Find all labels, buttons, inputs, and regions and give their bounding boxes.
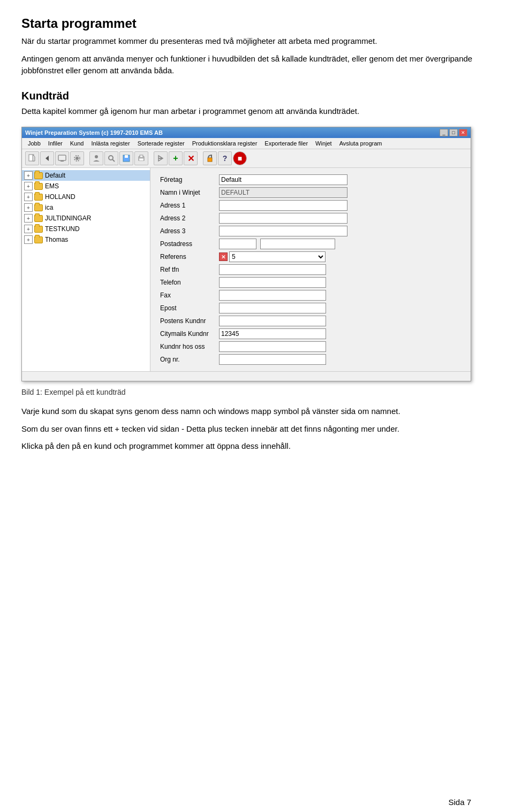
menu-inlasta[interactable]: Inlästa register xyxy=(87,139,133,148)
tree-label-testkund: TESTKUND xyxy=(45,225,80,233)
referens-select[interactable]: 5 xyxy=(229,251,326,262)
menu-winjet[interactable]: Winjet xyxy=(312,139,336,148)
svg-rect-14 xyxy=(139,159,143,160)
label-referens: Referens xyxy=(158,250,217,263)
toolbar-back[interactable] xyxy=(40,151,54,165)
field-foretag: Företag xyxy=(158,173,463,186)
field-adress2: Adress 2 xyxy=(158,212,463,225)
input-postort[interactable] xyxy=(260,239,335,249)
tree-item-thomas[interactable]: + Thomas xyxy=(22,234,150,245)
toolbar-save[interactable] xyxy=(119,151,133,165)
toolbar-monitor[interactable] xyxy=(55,151,69,165)
expand-testkund[interactable]: + xyxy=(24,225,33,233)
menu-exporterade[interactable]: Exporterade filer xyxy=(261,139,312,148)
tree-label-thomas: Thomas xyxy=(45,236,68,243)
label-reftfn: Ref tfn xyxy=(158,263,217,276)
folder-icon-holland xyxy=(34,193,43,201)
tree-item-jultidningar[interactable]: + JULTIDNINGAR xyxy=(22,213,150,224)
tree-label-ica: ica xyxy=(45,204,53,211)
tree-item-ica[interactable]: + ica xyxy=(22,202,150,213)
toolbar-stop[interactable]: ■ xyxy=(233,151,247,165)
input-adress1[interactable] xyxy=(219,200,347,211)
input-telefon[interactable] xyxy=(219,277,326,288)
toolbar-tool1[interactable] xyxy=(154,151,168,165)
referens-clear-button[interactable]: ✕ xyxy=(219,252,228,261)
status-bar xyxy=(22,371,471,381)
close-button[interactable]: ✕ xyxy=(459,129,467,136)
menu-jobb[interactable]: Jobb xyxy=(24,139,44,148)
page-footer: Sida 7 xyxy=(448,798,471,807)
svg-rect-4 xyxy=(61,160,64,162)
tree-item-ems[interactable]: + EMS xyxy=(22,181,150,191)
expand-default[interactable]: + xyxy=(24,171,33,180)
expand-thomas[interactable]: + xyxy=(24,235,33,244)
input-epost[interactable] xyxy=(219,303,326,313)
input-adress3[interactable] xyxy=(219,226,347,236)
label-adress1: Adress 1 xyxy=(158,199,217,212)
field-kundnr-oss: Kundnr hos oss xyxy=(158,340,463,353)
toolbar-lock[interactable] xyxy=(203,151,217,165)
field-epost: Epost xyxy=(158,302,463,315)
input-postens-kundnr[interactable] xyxy=(219,316,326,326)
input-adress2[interactable] xyxy=(219,213,347,224)
field-adress3: Adress 3 xyxy=(158,225,463,238)
menu-kund[interactable]: Kund xyxy=(66,139,88,148)
section-paragraph: Detta kapitel kommer gå igenom hur man a… xyxy=(21,105,493,118)
tree-item-holland[interactable]: + HOLLAND xyxy=(22,191,150,202)
toolbar-new[interactable] xyxy=(25,151,39,165)
tree-item-testkund[interactable]: + TESTKUND xyxy=(22,224,150,234)
menu-sorterade[interactable]: Sorterade register xyxy=(134,139,188,148)
expand-jultidningar[interactable]: + xyxy=(24,214,33,223)
toolbar-person[interactable] xyxy=(89,151,103,165)
label-adress2: Adress 2 xyxy=(158,212,217,225)
input-postnr[interactable] xyxy=(219,239,256,249)
image-caption: Bild 1: Exempel på ett kundträd xyxy=(21,387,493,398)
input-citymails-kundnr[interactable] xyxy=(219,328,326,339)
input-reftfn[interactable] xyxy=(219,264,326,275)
tree-label-ems: EMS xyxy=(45,182,59,190)
expand-ica[interactable]: + xyxy=(24,203,33,212)
menu-avsluta[interactable]: Avsluta program xyxy=(336,139,386,148)
tree-label-default: Default xyxy=(45,172,65,179)
detail-panel: Företag Namn i Winjet Adress 1 Adre xyxy=(150,168,471,371)
label-namn: Namn i Winjet xyxy=(158,186,217,199)
field-adress1: Adress 1 xyxy=(158,199,463,212)
toolbar-print[interactable] xyxy=(134,151,148,165)
folder-icon-testkund xyxy=(34,225,43,233)
toolbar-gear[interactable] xyxy=(70,151,84,165)
expand-holland[interactable]: + xyxy=(24,193,33,201)
toolbar-help[interactable]: ? xyxy=(218,151,232,165)
input-kundnr-oss[interactable] xyxy=(219,341,326,352)
menu-infiler[interactable]: Infiler xyxy=(44,139,66,148)
intro-paragraph-1: När du startar programmet kommer du pres… xyxy=(21,35,493,48)
input-fax[interactable] xyxy=(219,290,326,301)
tree-item-default[interactable]: + Default xyxy=(22,170,150,181)
svg-rect-17 xyxy=(208,158,212,162)
tree-label-holland: HOLLAND xyxy=(45,193,75,201)
toolbar-search[interactable] xyxy=(104,151,118,165)
menubar: Jobb Infiler Kund Inlästa register Sorte… xyxy=(22,138,471,149)
input-foretag[interactable] xyxy=(219,174,347,185)
input-orgnr[interactable] xyxy=(219,354,326,365)
maximize-button[interactable]: □ xyxy=(449,129,458,136)
field-namn: Namn i Winjet xyxy=(158,186,463,199)
window-controls: _ □ ✕ xyxy=(440,129,467,136)
section-heading: Kundträd xyxy=(21,90,493,102)
expand-ems[interactable]: + xyxy=(24,182,33,190)
toolbar-remove[interactable]: ✕ xyxy=(184,151,198,165)
toolbar-add[interactable]: + xyxy=(169,151,183,165)
field-postens-kundnr: Postens Kundnr xyxy=(158,315,463,327)
input-namn[interactable] xyxy=(219,187,347,198)
svg-marker-2 xyxy=(46,156,49,161)
menu-produktionsklara[interactable]: Produktionsklara register xyxy=(188,139,261,148)
svg-point-8 xyxy=(109,156,113,160)
label-citymails-kundnr: Citymails Kundnr xyxy=(158,327,217,340)
folder-icon-jultidningar xyxy=(34,214,43,223)
field-referens: Referens ✕ 5 xyxy=(158,250,463,263)
svg-marker-1 xyxy=(33,155,35,161)
toolbar: + ✕ ? ■ xyxy=(22,149,471,168)
minimize-button[interactable]: _ xyxy=(440,129,448,136)
label-orgnr: Org nr. xyxy=(158,353,217,366)
svg-rect-3 xyxy=(58,155,66,160)
label-fax: Fax xyxy=(158,289,217,302)
